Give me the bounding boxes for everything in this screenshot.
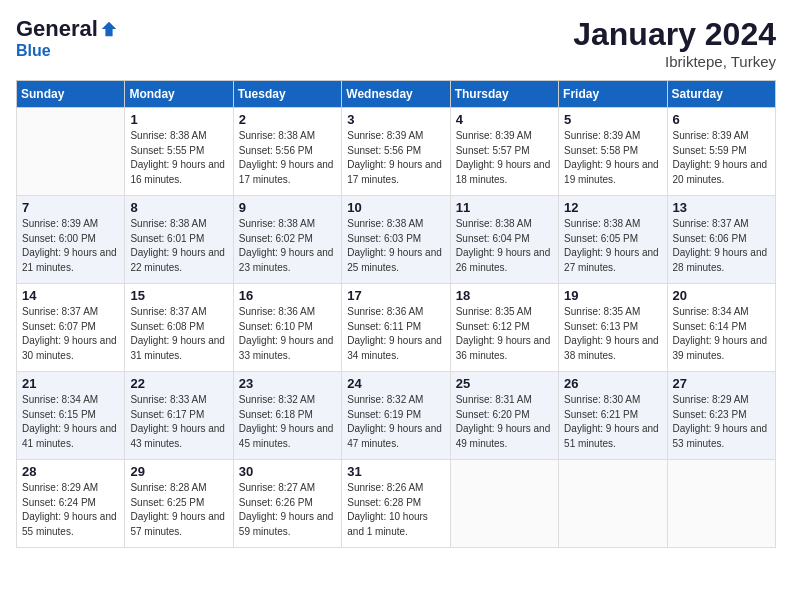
weekday-header-friday: Friday — [559, 81, 667, 108]
weekday-header-sunday: Sunday — [17, 81, 125, 108]
calendar-cell: 1Sunrise: 8:38 AMSunset: 5:55 PMDaylight… — [125, 108, 233, 196]
day-number: 30 — [239, 464, 336, 479]
calendar-cell: 9Sunrise: 8:38 AMSunset: 6:02 PMDaylight… — [233, 196, 341, 284]
day-number: 26 — [564, 376, 661, 391]
day-number: 22 — [130, 376, 227, 391]
logo-general-text: General — [16, 16, 98, 42]
day-info: Sunrise: 8:37 AMSunset: 6:07 PMDaylight:… — [22, 305, 119, 363]
day-number: 7 — [22, 200, 119, 215]
day-info: Sunrise: 8:28 AMSunset: 6:25 PMDaylight:… — [130, 481, 227, 539]
day-info: Sunrise: 8:35 AMSunset: 6:12 PMDaylight:… — [456, 305, 553, 363]
day-info: Sunrise: 8:27 AMSunset: 6:26 PMDaylight:… — [239, 481, 336, 539]
day-number: 6 — [673, 112, 770, 127]
calendar-cell: 16Sunrise: 8:36 AMSunset: 6:10 PMDayligh… — [233, 284, 341, 372]
calendar-cell: 12Sunrise: 8:38 AMSunset: 6:05 PMDayligh… — [559, 196, 667, 284]
day-number: 29 — [130, 464, 227, 479]
day-info: Sunrise: 8:38 AMSunset: 6:05 PMDaylight:… — [564, 217, 661, 275]
calendar-cell: 26Sunrise: 8:30 AMSunset: 6:21 PMDayligh… — [559, 372, 667, 460]
day-info: Sunrise: 8:37 AMSunset: 6:08 PMDaylight:… — [130, 305, 227, 363]
day-number: 13 — [673, 200, 770, 215]
day-info: Sunrise: 8:38 AMSunset: 6:04 PMDaylight:… — [456, 217, 553, 275]
calendar-week-3: 14Sunrise: 8:37 AMSunset: 6:07 PMDayligh… — [17, 284, 776, 372]
calendar-cell: 30Sunrise: 8:27 AMSunset: 6:26 PMDayligh… — [233, 460, 341, 548]
day-number: 15 — [130, 288, 227, 303]
calendar-cell: 27Sunrise: 8:29 AMSunset: 6:23 PMDayligh… — [667, 372, 775, 460]
day-number: 16 — [239, 288, 336, 303]
day-number: 28 — [22, 464, 119, 479]
day-number: 5 — [564, 112, 661, 127]
logo: General Blue — [16, 16, 118, 60]
calendar-cell: 11Sunrise: 8:38 AMSunset: 6:04 PMDayligh… — [450, 196, 558, 284]
day-info: Sunrise: 8:34 AMSunset: 6:15 PMDaylight:… — [22, 393, 119, 451]
calendar-cell — [559, 460, 667, 548]
calendar-cell: 15Sunrise: 8:37 AMSunset: 6:08 PMDayligh… — [125, 284, 233, 372]
day-info: Sunrise: 8:36 AMSunset: 6:10 PMDaylight:… — [239, 305, 336, 363]
calendar-cell: 5Sunrise: 8:39 AMSunset: 5:58 PMDaylight… — [559, 108, 667, 196]
calendar-cell: 3Sunrise: 8:39 AMSunset: 5:56 PMDaylight… — [342, 108, 450, 196]
calendar-cell: 24Sunrise: 8:32 AMSunset: 6:19 PMDayligh… — [342, 372, 450, 460]
calendar-cell — [667, 460, 775, 548]
day-info: Sunrise: 8:29 AMSunset: 6:24 PMDaylight:… — [22, 481, 119, 539]
day-info: Sunrise: 8:35 AMSunset: 6:13 PMDaylight:… — [564, 305, 661, 363]
page-header: General Blue January 2024 Ibriktepe, Tur… — [16, 16, 776, 70]
calendar-cell: 10Sunrise: 8:38 AMSunset: 6:03 PMDayligh… — [342, 196, 450, 284]
calendar-cell: 28Sunrise: 8:29 AMSunset: 6:24 PMDayligh… — [17, 460, 125, 548]
weekday-header-thursday: Thursday — [450, 81, 558, 108]
day-number: 11 — [456, 200, 553, 215]
day-info: Sunrise: 8:33 AMSunset: 6:17 PMDaylight:… — [130, 393, 227, 451]
calendar-cell: 21Sunrise: 8:34 AMSunset: 6:15 PMDayligh… — [17, 372, 125, 460]
calendar-cell — [450, 460, 558, 548]
day-number: 24 — [347, 376, 444, 391]
calendar-cell: 19Sunrise: 8:35 AMSunset: 6:13 PMDayligh… — [559, 284, 667, 372]
calendar-cell: 4Sunrise: 8:39 AMSunset: 5:57 PMDaylight… — [450, 108, 558, 196]
day-info: Sunrise: 8:38 AMSunset: 5:55 PMDaylight:… — [130, 129, 227, 187]
day-number: 8 — [130, 200, 227, 215]
day-info: Sunrise: 8:34 AMSunset: 6:14 PMDaylight:… — [673, 305, 770, 363]
day-info: Sunrise: 8:39 AMSunset: 5:58 PMDaylight:… — [564, 129, 661, 187]
day-info: Sunrise: 8:39 AMSunset: 6:00 PMDaylight:… — [22, 217, 119, 275]
calendar-cell: 13Sunrise: 8:37 AMSunset: 6:06 PMDayligh… — [667, 196, 775, 284]
day-info: Sunrise: 8:26 AMSunset: 6:28 PMDaylight:… — [347, 481, 444, 539]
calendar-week-2: 7Sunrise: 8:39 AMSunset: 6:00 PMDaylight… — [17, 196, 776, 284]
day-number: 2 — [239, 112, 336, 127]
calendar-cell: 14Sunrise: 8:37 AMSunset: 6:07 PMDayligh… — [17, 284, 125, 372]
day-info: Sunrise: 8:31 AMSunset: 6:20 PMDaylight:… — [456, 393, 553, 451]
day-number: 1 — [130, 112, 227, 127]
weekday-header-row: SundayMondayTuesdayWednesdayThursdayFrid… — [17, 81, 776, 108]
calendar-cell: 20Sunrise: 8:34 AMSunset: 6:14 PMDayligh… — [667, 284, 775, 372]
calendar-cell: 7Sunrise: 8:39 AMSunset: 6:00 PMDaylight… — [17, 196, 125, 284]
location: Ibriktepe, Turkey — [573, 53, 776, 70]
day-number: 20 — [673, 288, 770, 303]
day-info: Sunrise: 8:30 AMSunset: 6:21 PMDaylight:… — [564, 393, 661, 451]
month-title: January 2024 — [573, 16, 776, 53]
calendar-cell: 23Sunrise: 8:32 AMSunset: 6:18 PMDayligh… — [233, 372, 341, 460]
calendar-cell: 6Sunrise: 8:39 AMSunset: 5:59 PMDaylight… — [667, 108, 775, 196]
day-number: 27 — [673, 376, 770, 391]
logo-icon — [100, 20, 118, 38]
weekday-header-saturday: Saturday — [667, 81, 775, 108]
day-info: Sunrise: 8:36 AMSunset: 6:11 PMDaylight:… — [347, 305, 444, 363]
calendar-cell: 25Sunrise: 8:31 AMSunset: 6:20 PMDayligh… — [450, 372, 558, 460]
day-info: Sunrise: 8:37 AMSunset: 6:06 PMDaylight:… — [673, 217, 770, 275]
day-info: Sunrise: 8:29 AMSunset: 6:23 PMDaylight:… — [673, 393, 770, 451]
calendar-cell — [17, 108, 125, 196]
weekday-header-wednesday: Wednesday — [342, 81, 450, 108]
day-number: 3 — [347, 112, 444, 127]
day-number: 9 — [239, 200, 336, 215]
calendar-cell: 22Sunrise: 8:33 AMSunset: 6:17 PMDayligh… — [125, 372, 233, 460]
calendar-cell: 31Sunrise: 8:26 AMSunset: 6:28 PMDayligh… — [342, 460, 450, 548]
day-info: Sunrise: 8:39 AMSunset: 5:59 PMDaylight:… — [673, 129, 770, 187]
day-number: 10 — [347, 200, 444, 215]
day-number: 25 — [456, 376, 553, 391]
day-number: 23 — [239, 376, 336, 391]
svg-marker-0 — [102, 22, 116, 36]
calendar-cell: 29Sunrise: 8:28 AMSunset: 6:25 PMDayligh… — [125, 460, 233, 548]
day-number: 4 — [456, 112, 553, 127]
day-info: Sunrise: 8:38 AMSunset: 6:01 PMDaylight:… — [130, 217, 227, 275]
logo-blue-text: Blue — [16, 42, 51, 60]
calendar-week-1: 1Sunrise: 8:38 AMSunset: 5:55 PMDaylight… — [17, 108, 776, 196]
calendar-cell: 2Sunrise: 8:38 AMSunset: 5:56 PMDaylight… — [233, 108, 341, 196]
calendar-week-4: 21Sunrise: 8:34 AMSunset: 6:15 PMDayligh… — [17, 372, 776, 460]
calendar-cell: 18Sunrise: 8:35 AMSunset: 6:12 PMDayligh… — [450, 284, 558, 372]
day-info: Sunrise: 8:39 AMSunset: 5:56 PMDaylight:… — [347, 129, 444, 187]
